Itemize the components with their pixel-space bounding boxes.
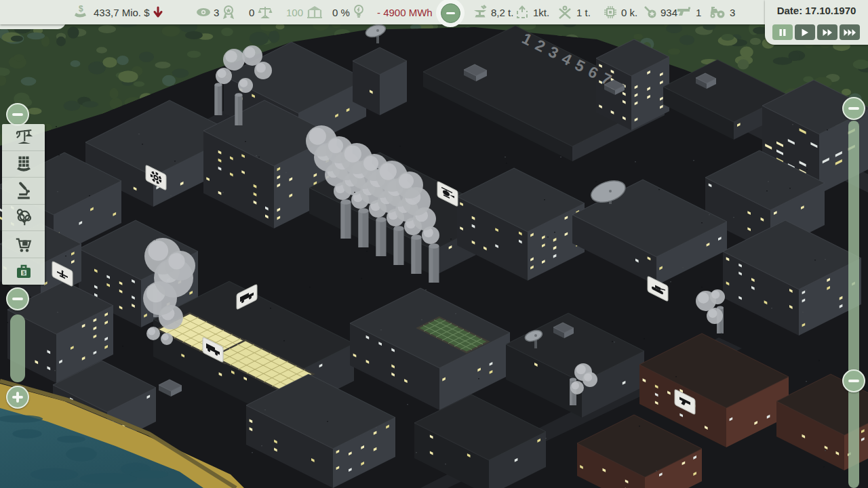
scroll-up-button-right[interactable]	[842, 97, 865, 120]
money-case-icon: $	[14, 261, 34, 281]
market-stat: 100	[286, 0, 323, 24]
resource-metal: 8,2 t.	[472, 0, 513, 24]
tool-production[interactable]	[2, 151, 45, 178]
play-button[interactable]	[795, 24, 815, 40]
slider-handle-right[interactable]	[842, 369, 865, 392]
zoom-in-button-left[interactable]	[6, 386, 29, 409]
cart-icon	[14, 234, 34, 254]
pause-button[interactable]	[772, 24, 793, 40]
resource-bulk: 1kt.	[514, 0, 549, 24]
fastest-icon	[844, 28, 856, 37]
money-hand-icon: $	[73, 4, 91, 20]
date-label: Date: 17.10.1970	[765, 5, 868, 16]
pause-icon	[778, 28, 787, 37]
energy-percent-stat: 0 %	[332, 0, 365, 24]
pickaxe-icon	[556, 4, 574, 20]
toolbar-collapse-button[interactable]	[6, 103, 29, 126]
solar-panel-icon	[14, 154, 34, 174]
anvil-icon	[472, 4, 488, 20]
city-view[interactable]: 1234567	[0, 0, 868, 488]
build-toolbar: $	[2, 124, 45, 285]
game-screen: 1234567 Menu $ 433,7 Mio. $	[0, 0, 868, 488]
justice-stat: 0	[249, 0, 273, 24]
medal-icon	[222, 4, 235, 20]
scales-icon	[257, 5, 273, 20]
tool-construction[interactable]	[2, 124, 45, 151]
lightbulb-icon	[353, 4, 365, 20]
energy-balance-stat: - 4900 MWh	[377, 0, 433, 24]
minus-icon	[848, 380, 859, 382]
minus-icon	[12, 113, 23, 116]
money-value: 433,7 Mio. $	[94, 7, 150, 18]
speed-controls	[772, 24, 860, 40]
resource-parts: 934	[642, 0, 677, 24]
tool-research[interactable]	[2, 178, 45, 205]
gear-star-icon	[642, 4, 658, 20]
tool-environment[interactable]	[2, 205, 45, 232]
medals-stat: 3	[214, 0, 235, 24]
scroll-slider-right[interactable]	[848, 121, 859, 488]
crate-icon	[514, 4, 530, 20]
top-stats-bar: $ 433,7 Mio. $ 3 0	[0, 0, 766, 24]
zoom-out-button-left[interactable]	[6, 287, 29, 310]
minus-icon	[441, 3, 460, 23]
trend-down-icon	[153, 5, 163, 19]
tree-magnifier-icon	[14, 207, 34, 228]
resource-electronics: 0 k.	[602, 0, 637, 24]
minus-icon	[848, 107, 859, 110]
fastest-button[interactable]	[840, 24, 860, 40]
zoom-slider-left[interactable]	[10, 314, 25, 382]
microscope-icon	[14, 180, 34, 201]
svg-text:$: $	[22, 270, 26, 277]
resource-mining: 1 t.	[556, 0, 591, 24]
minus-icon	[12, 298, 23, 300]
crane-icon	[14, 127, 34, 147]
money-stat: $ 433,7 Mio. $	[73, 0, 163, 24]
market-stall-icon	[306, 4, 323, 20]
eye-icon	[195, 5, 212, 19]
chip-icon	[602, 4, 618, 20]
date-panel: Date: 17.10.1970	[765, 0, 868, 45]
fast-forward-button[interactable]	[817, 24, 837, 40]
tool-market[interactable]	[2, 231, 45, 258]
play-icon	[801, 28, 809, 37]
resource-vehicles: 3	[708, 0, 735, 24]
collapse-stats-button[interactable]	[436, 0, 465, 27]
visibility-toggle[interactable]	[195, 0, 212, 24]
svg-text:$: $	[79, 4, 83, 14]
fast-forward-icon	[823, 28, 833, 37]
tractor-icon	[708, 4, 727, 20]
pistol-icon	[675, 5, 693, 20]
tool-finances[interactable]: $	[2, 258, 45, 285]
resource-weapons: 1	[675, 0, 701, 24]
